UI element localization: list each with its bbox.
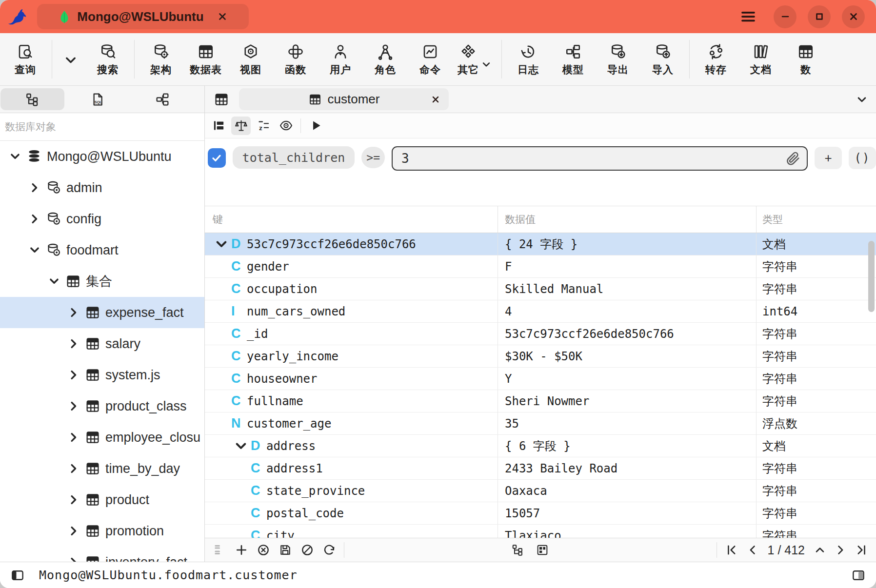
apply-filter-button[interactable]: [306, 117, 325, 135]
column-header-type[interactable]: 类型: [756, 206, 876, 233]
tree-expand-icon[interactable]: [65, 367, 82, 383]
toolbar-command-button[interactable]: 命令: [408, 33, 453, 85]
grid-cell-type[interactable]: 文档: [756, 435, 876, 457]
toolbar-docs-button[interactable]: 文档: [738, 33, 783, 85]
prev-page-button[interactable]: [743, 541, 762, 559]
tree-expand-icon[interactable]: [65, 398, 82, 414]
vertical-scrollbar[interactable]: [868, 241, 875, 312]
grid-row-gender[interactable]: CgenderF字符串: [205, 255, 876, 278]
row-expand-icon[interactable]: [231, 439, 251, 453]
tree-item-inventory_fact[interactable]: inventory_fact: [0, 547, 204, 562]
grid-row-address1[interactable]: Caddress12433 Bailey Road字符串: [205, 457, 876, 480]
grid-row-occupation[interactable]: CoccupationSkilled Manual字符串: [205, 278, 876, 300]
grid-cell-type[interactable]: 字符串: [756, 502, 876, 524]
tree-item-集合[interactable]: 集合: [0, 266, 204, 297]
grid-cell-type[interactable]: int64: [756, 300, 876, 322]
tree-expand-icon[interactable]: [65, 335, 82, 352]
tree-expand-icon[interactable]: [65, 460, 82, 477]
grid-cell-key[interactable]: Chouseowner: [205, 368, 498, 390]
refresh-button[interactable]: [319, 541, 339, 559]
toolbar-log-button[interactable]: 日志: [506, 33, 551, 85]
add-record-button[interactable]: [232, 541, 251, 559]
tab-customer[interactable]: customer: [239, 88, 449, 110]
main-menu-icon[interactable]: [739, 8, 757, 25]
tree-item-system.js[interactable]: system.js: [0, 359, 204, 391]
grid-row-postal_code[interactable]: Cpostal_code15057字符串: [205, 502, 876, 525]
grid-cell-key[interactable]: Ncustomer_age: [205, 412, 498, 434]
tab-list-chevron-icon[interactable]: [855, 92, 869, 107]
toolbar-role-button[interactable]: 角色: [363, 33, 408, 85]
grid-cell-value[interactable]: Y: [498, 368, 756, 390]
pane-tab-sql-pane[interactable]: SQL: [65, 88, 129, 110]
toolbar-other-button[interactable]: 其它: [453, 33, 498, 85]
tree-expand-icon[interactable]: [65, 304, 82, 321]
grid-cell-key[interactable]: Caddress1: [205, 457, 498, 479]
toolbar-search-button[interactable]: 搜索: [85, 33, 130, 85]
toolbar-table-button[interactable]: 数据表: [183, 33, 228, 85]
tree-item-config[interactable]: config: [0, 203, 204, 235]
filter-criteria-button[interactable]: [231, 117, 251, 135]
toolbar-user-button[interactable]: 用户: [318, 33, 363, 85]
tree-item-time_by_day[interactable]: time_by_day: [0, 453, 204, 484]
grid-cell-type[interactable]: 字符串: [756, 480, 876, 502]
grid-row-houseowner[interactable]: ChouseownerY字符串: [205, 368, 876, 390]
tree-view-button[interactable]: [508, 541, 528, 559]
form-view-button[interactable]: [533, 541, 552, 559]
grid-cell-key[interactable]: D53c7c973ccf26e6de850c766: [205, 233, 498, 255]
toolbar-query-button[interactable]: 查询: [3, 33, 48, 85]
tree-item-product[interactable]: product: [0, 484, 204, 515]
sort-button[interactable]: z: [254, 117, 273, 135]
connection-tab[interactable]: Mongo@WSLUbuntu: [37, 4, 249, 29]
toolbar-export-button[interactable]: 导出: [596, 33, 640, 85]
grid-cell-type[interactable]: 字符串: [756, 345, 876, 367]
toolbar-schema-button[interactable]: 架构: [139, 33, 183, 85]
grid-cell-value[interactable]: $30K - $50K: [498, 345, 756, 367]
grid-view-button[interactable]: [209, 117, 228, 135]
grid-cell-value[interactable]: Oaxaca: [498, 480, 756, 502]
add-condition-button[interactable]: +: [815, 147, 842, 169]
grid-row-num_cars_owned[interactable]: Inum_cars_owned4int64: [205, 300, 876, 323]
grid-cell-type[interactable]: 字符串: [756, 278, 876, 300]
toolbar-function-button[interactable]: 函数: [273, 33, 318, 85]
grid-cell-value[interactable]: 4: [498, 300, 756, 322]
grid-row-city[interactable]: CcityTlaxiaco字符串: [205, 525, 876, 538]
toolbar-data-clipped-button[interactable]: 数: [783, 33, 828, 85]
tab-close-icon[interactable]: [430, 94, 441, 105]
tree-expand-icon[interactable]: [26, 211, 43, 227]
filter-operator-pill[interactable]: >=: [361, 147, 385, 168]
grid-cell-key[interactable]: Cfullname: [205, 390, 498, 412]
close-button[interactable]: [842, 5, 865, 28]
grid-cell-type[interactable]: 字符串: [756, 323, 876, 345]
grid-cell-type[interactable]: 字符串: [756, 525, 876, 538]
grid-cell-key[interactable]: Cyearly_income: [205, 345, 498, 367]
toolbar-model-button[interactable]: 模型: [551, 33, 596, 85]
grid-cell-key[interactable]: C_id: [205, 323, 498, 345]
tree-item-admin[interactable]: admin: [0, 172, 204, 203]
tree-item-expense_fact[interactable]: expense_fact: [0, 297, 204, 328]
grid-cell-value[interactable]: Tlaxiaco: [498, 525, 756, 538]
grid-cell-value[interactable]: F: [498, 255, 756, 277]
grid-cell-value[interactable]: 53c7c973ccf26e6de850c766: [498, 323, 756, 345]
toggle-right-panel-button[interactable]: [850, 567, 867, 584]
tree-expand-icon[interactable]: [65, 554, 82, 562]
paperclip-icon[interactable]: [785, 151, 801, 166]
maximize-button[interactable]: [808, 5, 831, 28]
tree-item-foodmart[interactable]: foodmart: [0, 235, 204, 266]
tree-expand-icon[interactable]: [26, 179, 43, 196]
grid-cell-type[interactable]: 字符串: [756, 457, 876, 479]
first-page-button[interactable]: [723, 541, 741, 559]
object-filter-input[interactable]: 数据库对象: [0, 113, 204, 141]
grid-cell-type[interactable]: 文档: [756, 233, 876, 255]
grid-cell-type[interactable]: 字符串: [756, 255, 876, 277]
discard-changes-button[interactable]: [298, 541, 317, 559]
toolbar-view-button[interactable]: 视图: [228, 33, 273, 85]
grid-row-address[interactable]: Daddress{ 6 字段 }文档: [205, 435, 876, 457]
filter-value-input[interactable]: [392, 146, 808, 171]
grid-cell-key[interactable]: Cstate_province: [205, 480, 498, 502]
tree-item-salary[interactable]: salary: [0, 328, 204, 359]
add-group-button[interactable]: (): [849, 147, 876, 169]
pane-tab-model-pane[interactable]: [130, 88, 194, 110]
grid-cell-value[interactable]: { 6 字段 }: [498, 435, 756, 457]
grid-cell-type[interactable]: 字符串: [756, 368, 876, 390]
pane-tab-tree-pane[interactable]: [0, 88, 64, 110]
